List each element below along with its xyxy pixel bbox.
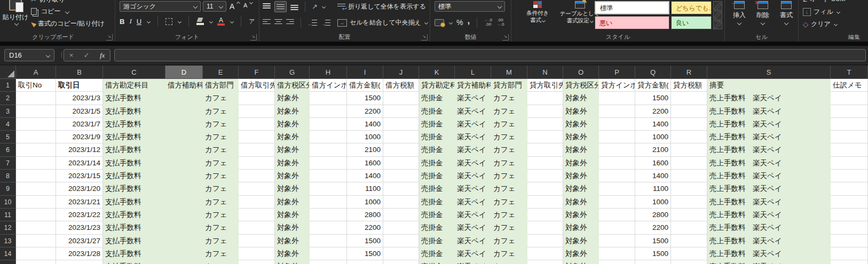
cell-L15[interactable]: 楽天ペイ <box>455 260 491 264</box>
cell-P3[interactable] <box>599 105 635 118</box>
cell-O8[interactable]: 対象外 <box>563 170 599 182</box>
cell-F4[interactable] <box>239 118 275 131</box>
copy-button[interactable]: コピー <box>31 7 69 16</box>
row-header-9[interactable]: 9 <box>0 182 16 195</box>
clear-button[interactable]: ◇ クリア <box>803 20 837 29</box>
cell-S12[interactable]: 売上手数料 楽天ペイ <box>707 221 831 234</box>
cell-O10[interactable]: 対象外 <box>563 196 599 209</box>
cell-R10[interactable] <box>671 196 707 209</box>
cell-R15[interactable] <box>671 260 707 264</box>
cell-I13[interactable]: 1500 <box>347 235 383 247</box>
cell-S13[interactable]: 売上手数料 楽天ペイ <box>707 235 831 247</box>
cell-M13[interactable]: カフェ <box>491 235 527 247</box>
column-header-H[interactable]: H <box>310 66 347 79</box>
cell-R9[interactable] <box>671 182 707 195</box>
cell-D7[interactable] <box>165 157 203 170</box>
cell-A3[interactable] <box>16 105 56 118</box>
fill-button[interactable]: ↓ フィル <box>803 7 840 17</box>
align-right-icon[interactable] <box>286 19 294 26</box>
bold-button[interactable]: B <box>120 18 124 26</box>
cell-A8[interactable] <box>16 170 56 182</box>
cell-L12[interactable]: 楽天ペイ <box>455 221 491 234</box>
cell-K14[interactable]: 売掛金 <box>419 247 455 260</box>
cell-E7[interactable]: カフェ <box>203 157 239 170</box>
paste-button[interactable]: 貼り付け <box>2 0 29 31</box>
cell-A7[interactable] <box>16 157 56 170</box>
chevron-down-icon[interactable] <box>147 19 151 23</box>
cell-F15[interactable] <box>239 260 275 264</box>
cell-T2[interactable] <box>831 92 868 105</box>
cell-B8[interactable]: 2023/1/15 <box>56 170 103 182</box>
cell-J13[interactable] <box>383 235 419 247</box>
cell-E3[interactable]: カフェ <box>203 105 239 118</box>
formula-input[interactable] <box>114 49 866 61</box>
cell-M5[interactable]: カフェ <box>491 131 527 143</box>
cell-J3[interactable] <box>383 105 419 118</box>
cell-N14[interactable] <box>527 247 563 260</box>
cell-L13[interactable]: 楽天ペイ <box>455 235 491 247</box>
underline-button[interactable]: U <box>137 18 141 26</box>
column-header-O[interactable]: O <box>563 66 599 79</box>
column-header-I[interactable]: I <box>347 66 383 79</box>
cell-D1[interactable]: 借方補助科目 <box>165 79 203 92</box>
cell-I8[interactable]: 1400 <box>347 170 383 182</box>
cell-O1[interactable]: 貸方税区分 <box>563 79 599 92</box>
cell-Q3[interactable]: 2200 <box>635 105 671 118</box>
fill-color-icon[interactable] <box>196 18 204 25</box>
cell-J5[interactable] <box>383 131 419 143</box>
font-color-icon[interactable]: A <box>217 17 225 26</box>
chevron-down-icon[interactable] <box>322 5 326 9</box>
cell-N15[interactable] <box>527 260 563 264</box>
cell-B3[interactable]: 2023/1/5 <box>56 105 103 118</box>
cell-P6[interactable] <box>599 143 635 156</box>
cell-H13[interactable] <box>310 235 347 247</box>
font-name-select[interactable]: 游ゴシック <box>120 1 201 12</box>
cell-B11[interactable]: 2023/1/22 <box>56 209 103 221</box>
cell-L2[interactable]: 楽天ペイ <box>455 92 491 105</box>
chevron-down-icon[interactable] <box>449 20 453 24</box>
cell-A12[interactable] <box>16 221 56 234</box>
cell-H6[interactable] <box>310 143 347 156</box>
cell-A1[interactable]: 取引No <box>16 79 56 92</box>
cell-O14[interactable]: 対象外 <box>563 247 599 260</box>
cell-H15[interactable] <box>310 260 347 264</box>
cell-P15[interactable] <box>599 260 635 264</box>
column-header-P[interactable]: P <box>599 66 635 79</box>
cell-J15[interactable] <box>383 260 419 264</box>
cell-P8[interactable] <box>599 170 635 182</box>
cell-S9[interactable]: 売上手数料 楽天ペイ <box>707 182 831 195</box>
cell-E9[interactable]: カフェ <box>203 182 239 195</box>
cell-N8[interactable] <box>527 170 563 182</box>
cell-R2[interactable] <box>671 92 707 105</box>
cell-J7[interactable] <box>383 157 419 170</box>
decrease-font-size-button[interactable]: A <box>243 2 252 9</box>
row-header-13[interactable]: 13 <box>0 235 16 247</box>
column-header-M[interactable]: M <box>491 66 527 79</box>
cell-S10[interactable]: 売上手数料 楽天ペイ <box>707 196 831 209</box>
cell-T9[interactable] <box>831 182 868 195</box>
cell-K8[interactable]: 売掛金 <box>419 170 455 182</box>
cell-M6[interactable]: カフェ <box>491 143 527 156</box>
cell-L7[interactable]: 楽天ペイ <box>455 157 491 170</box>
cell-L14[interactable]: 楽天ペイ <box>455 247 491 260</box>
borders-icon[interactable] <box>165 18 172 25</box>
cell-R4[interactable] <box>671 118 707 131</box>
cell-B9[interactable]: 2023/1/20 <box>56 182 103 195</box>
cell-M11[interactable]: カフェ <box>491 209 527 221</box>
cell-N11[interactable] <box>527 209 563 221</box>
gallery-up-button[interactable] <box>713 1 722 10</box>
cell-G15[interactable]: 対象外 <box>275 260 310 264</box>
cell-E1[interactable]: 借方部門 <box>203 79 239 92</box>
cell-C7[interactable]: 支払手数料 <box>103 157 165 170</box>
cell-H4[interactable] <box>310 118 347 131</box>
column-header-C[interactable]: C <box>103 66 165 79</box>
cell-F6[interactable] <box>239 143 275 156</box>
row-header-7[interactable]: 7 <box>0 157 16 170</box>
cell-K3[interactable]: 売掛金 <box>419 105 455 118</box>
select-all-corner[interactable] <box>0 66 16 79</box>
cell-P9[interactable] <box>599 182 635 195</box>
cell-J9[interactable] <box>383 182 419 195</box>
cell-N3[interactable] <box>527 105 563 118</box>
cell-O3[interactable]: 対象外 <box>563 105 599 118</box>
cell-J4[interactable] <box>383 118 419 131</box>
